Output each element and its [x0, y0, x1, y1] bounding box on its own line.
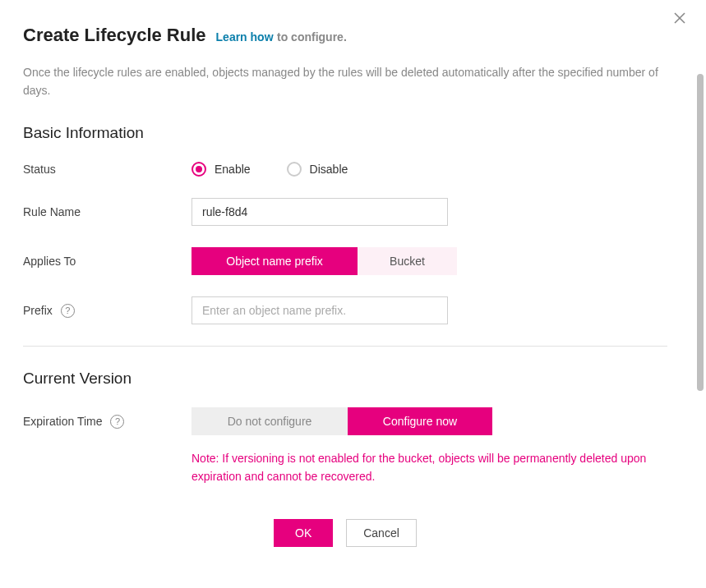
radio-icon: [287, 162, 302, 177]
description-text: Once the lifecycle rules are enabled, ob…: [23, 64, 667, 99]
learn-how-link[interactable]: Learn how: [216, 30, 274, 44]
prefix-input[interactable]: [191, 296, 448, 324]
applies-to-prefix-button[interactable]: Object name prefix: [191, 247, 358, 275]
help-icon[interactable]: ?: [61, 304, 75, 318]
section-basic-information: Basic Information: [23, 124, 667, 142]
applies-to-label: Applies To: [23, 255, 191, 268]
radio-label: Disable: [310, 163, 348, 176]
cancel-button[interactable]: Cancel: [346, 519, 417, 547]
status-radio-disable[interactable]: Disable: [287, 162, 348, 177]
close-icon[interactable]: [673, 11, 686, 25]
expiration-time-label: Expiration Time: [23, 415, 102, 428]
help-icon[interactable]: ?: [110, 415, 124, 429]
status-radio-enable[interactable]: Enable: [191, 162, 251, 177]
page-title: Create Lifecycle Rule: [23, 25, 206, 46]
section-current-version: Current Version: [23, 370, 667, 388]
prefix-label: Prefix: [23, 304, 53, 317]
expiration-configure-now-button[interactable]: Configure now: [348, 407, 492, 435]
expiration-do-not-configure-button[interactable]: Do not configure: [191, 407, 348, 435]
divider: [23, 346, 667, 347]
rule-name-label: Rule Name: [23, 205, 191, 218]
radio-label: Enable: [215, 163, 251, 176]
rule-name-input[interactable]: [191, 198, 448, 226]
radio-icon: [191, 162, 206, 177]
status-label: Status: [23, 163, 191, 176]
header-suffix-text: to configure.: [277, 30, 347, 44]
scrollbar-thumb[interactable]: [697, 74, 704, 391]
applies-to-bucket-button[interactable]: Bucket: [358, 247, 457, 275]
versioning-note: Note: If versioning is not enabled for t…: [191, 450, 667, 485]
ok-button[interactable]: OK: [274, 519, 333, 547]
